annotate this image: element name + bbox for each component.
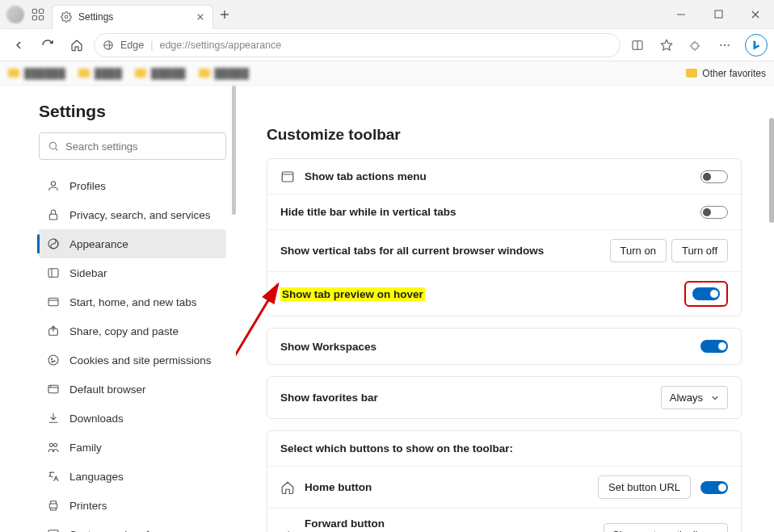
section-title: Customize toolbar [267,126,742,144]
select-value: Always [670,392,703,404]
close-icon[interactable] [196,13,204,21]
toggle-home-button[interactable] [700,481,728,494]
nav-label: Family [69,442,102,454]
svg-rect-3 [40,15,44,19]
forward-select[interactable]: Show automatically [604,523,728,532]
overflow-menu-icon[interactable] [713,33,737,57]
sidebar-icon [47,266,60,279]
toggle-tab-actions[interactable] [700,170,728,183]
row-toolbar-header: Select which buttons to show on the tool… [267,431,741,467]
search-icon [48,140,59,152]
titlebar: Settings [0,0,774,29]
toolbar-card-1: Show tab actions menu Hide title bar whi… [267,158,742,316]
favorites-bar: ██████ ████ █████ █████ Other favorites [0,61,774,86]
main-scrollbar[interactable] [768,86,774,531]
svg-point-21 [52,361,53,362]
fav-item[interactable]: ██████ [8,68,65,79]
nav-label: System and performance [69,529,191,533]
extensions-icon[interactable] [684,33,708,57]
nav-system[interactable]: System and performance [39,520,226,532]
nav-languages[interactable]: Languages [39,462,226,491]
nav-privacy[interactable]: Privacy, search, and services [39,200,226,229]
nav-printers[interactable]: Printers [39,491,226,520]
tab-title: Settings [78,11,190,23]
row-label: Show vertical tabs for all current brows… [280,245,600,257]
row-favorites-bar: Show favorites bar Always [267,377,741,418]
svg-point-23 [49,443,53,446]
favorites-bar-select[interactable]: Always [661,386,728,409]
workspaces-icon[interactable] [31,7,45,22]
svg-point-12 [51,182,55,186]
browser-tab[interactable]: Settings [52,5,213,29]
nav-default[interactable]: Default browser [39,375,226,404]
nav-profiles[interactable]: Profiles [39,171,226,200]
fav-item[interactable]: █████ [199,68,250,79]
toggle-hide-title[interactable] [700,206,728,219]
svg-rect-29 [282,172,293,182]
tab-icon [47,295,60,308]
select-value: Show automatically [612,529,703,532]
toggle-preview-hover[interactable] [692,287,720,300]
settings-pane: Customize toolbar Show tab actions menu … [236,86,774,532]
split-screen-icon[interactable] [625,33,650,57]
fav-item[interactable]: █████ [135,68,186,79]
profile-avatar[interactable] [6,6,24,23]
svg-rect-15 [48,269,58,278]
svg-point-11 [49,142,56,149]
appearance-icon [47,237,60,250]
row-home-button: Home button Set button URL [267,467,741,509]
nav-start[interactable]: Start, home, and new tabs [39,287,226,316]
new-tab-button[interactable] [220,10,229,19]
toggle-workspaces[interactable] [700,340,728,353]
turn-off-button[interactable]: Turn off [671,239,728,262]
home-button[interactable] [65,33,89,57]
svg-rect-5 [715,10,722,18]
profile-icon [47,179,60,192]
row-label: Show favorites bar [280,392,651,404]
nav-cookies[interactable]: Cookies and site permissions [39,346,226,375]
maximize-button[interactable] [700,0,737,29]
nav-share[interactable]: Share, copy and paste [39,316,226,346]
row-label: Show tab actions menu [305,170,691,182]
nav-label: Start, home, and new tabs [69,296,197,308]
bing-button[interactable] [745,34,768,57]
share-icon [47,325,60,337]
search-input[interactable] [39,132,226,160]
nav-label: Downloads [69,413,124,425]
fav-item[interactable]: ████ [78,68,122,79]
row-tab-actions: Show tab actions menu [267,159,741,195]
settings-sidebar: Settings Profiles Privacy, search, and s… [0,86,236,532]
svg-rect-0 [32,9,36,13]
browser-icon [47,383,60,396]
home-icon [280,480,295,495]
other-favorites-label: Other favorites [702,68,766,79]
highlight-ring [684,281,728,307]
nav-appearance[interactable]: Appearance [39,229,226,258]
row-label: Forward button [305,517,594,530]
set-url-button[interactable]: Set button URL [598,475,691,499]
favorite-icon[interactable] [654,33,679,57]
edge-logo-icon [103,40,114,51]
back-button[interactable] [6,33,31,57]
nav-downloads[interactable]: Downloads [39,404,226,433]
minimize-button[interactable] [663,0,700,29]
turn-on-button[interactable]: Turn on [610,239,667,262]
lock-icon [47,208,60,221]
nav-label: Sidebar [69,267,107,279]
nav-sidebar[interactable]: Sidebar [39,258,226,287]
svg-point-24 [54,443,57,446]
refresh-button[interactable] [36,33,60,57]
svg-rect-13 [49,214,57,220]
svg-point-4 [65,15,68,19]
nav-label: Profiles [69,180,106,192]
address-bar[interactable]: Edge | edge://settings/appearance [94,33,620,57]
close-window-button[interactable] [737,0,774,29]
cookie-icon [47,354,60,367]
other-favorites[interactable]: Other favorites [686,68,766,79]
row-label: Show Workspaces [280,341,691,353]
row-vertical-tabs: Show vertical tabs for all current brows… [267,230,741,272]
monitor-icon [47,528,60,532]
nav-family[interactable]: Family [39,433,226,462]
nav-label: Languages [69,471,124,483]
search-field[interactable] [65,140,217,153]
